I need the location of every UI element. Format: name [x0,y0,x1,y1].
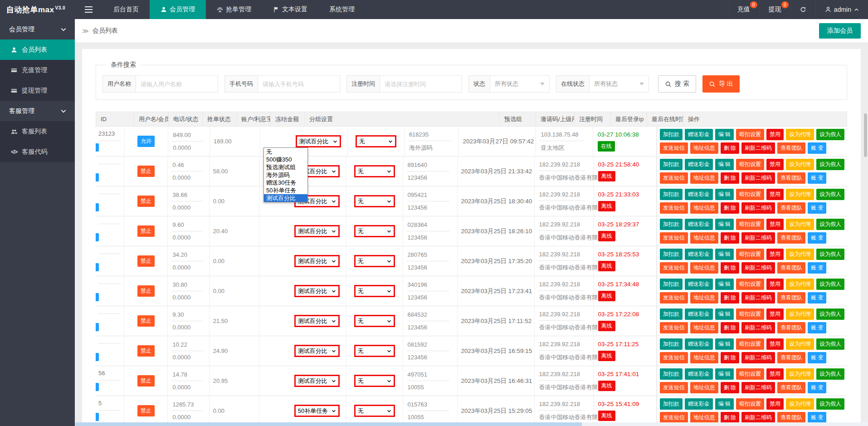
action-button[interactable]: 赠送彩金 [685,338,713,350]
action-button[interactable]: 加扣款 [660,398,683,410]
action-button[interactable]: 暗扣设置 [736,368,764,380]
sidebar-item[interactable]: </>客服代码 [0,142,75,162]
preselect-select[interactable]: 无 [354,315,395,327]
action-button[interactable]: 赠送彩金 [685,249,713,260]
preselect-select[interactable]: 无 [356,135,396,147]
action-button[interactable]: 禁用 [766,368,784,380]
action-button[interactable]: 设为代理 [786,398,814,410]
add-member-button[interactable]: 添加会员 [819,23,861,39]
dropdown-option[interactable]: 赠送30任务 [264,179,307,186]
action-button[interactable]: 设为代理 [786,249,814,260]
action-button[interactable]: 账 变 [808,292,826,304]
group-select[interactable]: 50补单任务 [294,405,340,417]
preselect-select[interactable]: 无 [354,345,395,357]
dropdown-option[interactable]: 500赚350 [264,156,307,163]
status-badge[interactable]: 禁止 [137,166,155,177]
action-button[interactable]: 刷新二维码 [741,202,775,214]
action-button[interactable]: 禁用 [766,279,784,290]
action-button[interactable]: 加扣款 [660,129,683,140]
dropdown-option[interactable]: 预选测试组 [264,163,307,171]
action-button[interactable]: 查看团队 [777,142,805,154]
group-select[interactable]: 测试百分比 [294,255,340,267]
action-button[interactable]: 发送短信 [660,262,688,274]
action-button[interactable]: 设为假人 [816,398,844,410]
refresh-button[interactable] [790,0,815,19]
action-button[interactable]: 加扣款 [660,249,683,260]
action-button[interactable]: 加扣款 [660,368,683,380]
filter-select[interactable]: 所有状态 [490,75,550,93]
action-button[interactable]: 设为假人 [816,249,844,260]
group-select[interactable]: 测试百分比 [296,135,341,147]
action-button[interactable]: 刷新二维码 [741,292,775,304]
preselect-select[interactable]: 无 [354,255,395,267]
topnav-item[interactable]: 会员管理 [150,0,206,19]
status-badge[interactable]: 允许 [137,136,155,147]
action-button[interactable]: 设为代理 [786,308,814,320]
online-badge[interactable]: 离线 [598,261,615,271]
action-button[interactable]: 设为代理 [786,368,814,380]
group-select[interactable]: 测试百分比 [294,285,340,297]
action-button[interactable]: 地址信息 [690,352,718,363]
action-button[interactable]: 删 除 [721,322,739,333]
dropdown-option[interactable]: 无 [264,148,307,156]
user-menu[interactable]: admin [815,0,868,19]
action-button[interactable]: 查看团队 [777,202,805,214]
online-badge[interactable]: 离线 [598,411,615,421]
search-button[interactable]: 搜 索 [658,75,696,93]
preselect-select[interactable]: 无 [354,405,395,417]
action-button[interactable]: 编 辑 [715,308,734,320]
action-button[interactable]: 账 变 [808,412,826,423]
action-button[interactable]: 赠送彩金 [685,159,713,170]
action-button[interactable]: 加扣款 [660,189,683,200]
action-button[interactable]: 发送短信 [660,142,688,154]
export-button[interactable]: 导 出 [702,75,740,93]
action-button[interactable]: 发送短信 [660,412,688,423]
action-button[interactable]: 查看团队 [777,172,805,184]
online-badge[interactable]: 在线 [598,141,615,152]
action-button[interactable]: 账 变 [808,172,826,184]
action-button[interactable]: 设为假人 [816,368,844,380]
action-button[interactable]: 禁用 [766,159,784,170]
action-button[interactable]: 编 辑 [715,368,734,380]
action-button[interactable]: 暗扣设置 [736,219,764,230]
filter-input[interactable] [258,75,340,93]
group-select[interactable]: 测试百分比 [294,315,340,327]
action-button[interactable]: 账 变 [808,202,826,214]
online-badge[interactable]: 离线 [598,231,615,241]
action-button[interactable]: 赠送彩金 [685,279,713,290]
action-button[interactable]: 发送短信 [660,232,688,244]
action-button[interactable]: 账 变 [808,262,826,274]
action-button[interactable]: 设为假人 [816,338,844,350]
action-button[interactable]: 设为代理 [786,219,814,230]
action-button[interactable]: 设为代理 [786,279,814,290]
action-button[interactable]: 刷新二维码 [741,172,775,184]
action-button[interactable]: 赠送彩金 [685,219,713,230]
action-button[interactable]: 赠送彩金 [685,368,713,380]
preselect-select[interactable]: 无 [354,195,395,207]
action-button[interactable]: 暗扣设置 [736,398,764,410]
action-button[interactable]: 禁用 [766,308,784,320]
action-button[interactable]: 设为代理 [786,189,814,200]
action-button[interactable]: 禁用 [766,129,784,140]
action-button[interactable]: 删 除 [721,352,739,363]
action-button[interactable]: 查看团队 [777,232,805,244]
action-button[interactable]: 账 变 [808,232,826,244]
action-button[interactable]: 禁用 [766,219,784,230]
scrollbar-thumb[interactable] [75,422,582,426]
action-button[interactable]: 编 辑 [715,189,734,200]
preselect-select[interactable]: 无 [354,225,395,237]
online-badge[interactable]: 离线 [598,171,615,181]
dropdown-option[interactable]: 测试百分比 [264,194,307,202]
action-button[interactable]: 发送短信 [660,202,688,214]
action-button[interactable]: 设为代理 [786,338,814,350]
action-button[interactable]: 设为代理 [786,129,814,140]
action-button[interactable]: 暗扣设置 [736,279,764,290]
action-button[interactable]: 地址信息 [690,172,718,184]
action-button[interactable]: 赠送彩金 [685,129,713,140]
sidebar-group-header[interactable]: 客服管理 [0,101,75,121]
topnav-item[interactable]: 系统管理 [318,0,366,19]
action-button[interactable]: 刷新二维码 [741,382,775,393]
action-button[interactable]: 删 除 [721,232,739,244]
action-button[interactable]: 刷新二维码 [741,412,775,423]
topnav-item[interactable]: 后台首页 [102,0,150,19]
